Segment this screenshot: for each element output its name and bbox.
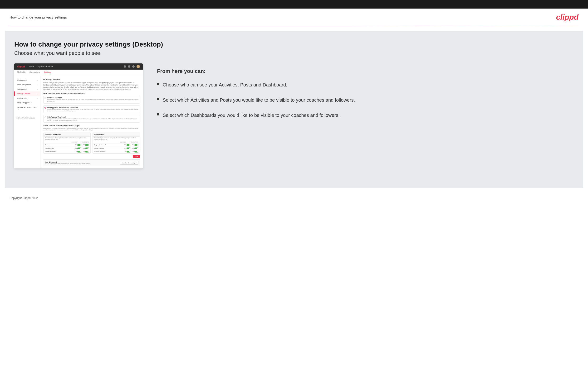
bullet-text-2: Select which Activities and Posts you wo… <box>163 97 355 103</box>
mock-privacy-title: Privacy Controls <box>43 78 140 81</box>
screenshot-mockup: clippd Home My Performance My Profile Co… <box>14 63 143 168</box>
mock-sidebar-privacy: Privacy Controls › <box>14 92 40 96</box>
mock-nav-performance: My Performance <box>38 65 53 68</box>
mock-save-row: Save <box>43 154 140 159</box>
mock-navbar: clippd Home My Performance <box>14 63 143 70</box>
mock-subnav: My Profile Connections Settings <box>14 70 143 76</box>
mock-activities-table: Activities and Posts Select the types of… <box>43 133 91 154</box>
footer: Copyright Clippd 2022 <box>0 193 588 204</box>
mock-save-button[interactable]: Save <box>133 155 140 158</box>
mock-tables-row: Activities and Posts Select the types of… <box>43 133 140 154</box>
content-row: clippd Home My Performance My Profile Co… <box>14 63 574 168</box>
mock-avatar <box>137 65 140 68</box>
bullet-square-1 <box>157 83 159 85</box>
bullet-list: Choose who can see your Activities, Post… <box>157 82 574 118</box>
mock-sidebar-data: Data Integrations › <box>14 83 40 87</box>
right-panel: From here you can: Choose who can see yo… <box>152 63 574 168</box>
bullet-text-3: Select which Dashboards you would like t… <box>163 112 340 118</box>
mock-sidebar-golfbag: My Golf Bag › <box>14 96 40 100</box>
bullet-item-3: Select which Dashboards you would like t… <box>157 112 574 118</box>
bullet-item-2: Select which Activities and Posts you wo… <box>157 97 574 103</box>
mock-radio-youonly: Only You and Your Coach Only you and the… <box>43 115 140 123</box>
header-divider <box>9 26 579 26</box>
mock-radio-everyone-btn <box>44 97 46 99</box>
mock-nav-right <box>124 65 140 68</box>
mock-who-title: Who Can See Your Activities and Dashboar… <box>43 92 140 94</box>
page-title: How to change your privacy settings (Des… <box>14 41 574 48</box>
mock-privacy-desc: Control how you and your data appears to… <box>43 82 140 90</box>
mock-dash-row-work: What To Work On ON ON <box>93 150 140 153</box>
mock-sidebar-myaccount: My Account › <box>14 78 40 83</box>
mock-subnav-settings: Settings <box>44 71 51 74</box>
mock-sidebar-service: Service & Privacy Policy ↗ <box>14 105 40 112</box>
mock-subnav-connections: Connections <box>29 71 40 74</box>
mock-search-icon <box>124 65 126 68</box>
mock-radio-followers-btn <box>44 107 46 108</box>
mock-nav-links: Home My Performance <box>28 65 53 68</box>
mock-person-icon <box>128 65 130 68</box>
mock-radio-followers: Only Approved Followers and Your Coach O… <box>43 106 140 113</box>
mock-settings-icon <box>132 65 135 68</box>
bullet-square-3 <box>157 113 159 116</box>
mock-radio-youonly-btn <box>44 117 46 118</box>
bullet-item-1: Choose who can see your Activities, Post… <box>157 82 574 88</box>
mock-sidebar-help: Help & Support ↗ <box>14 100 40 105</box>
mock-sidebar-subscription: Subscription › <box>14 87 40 92</box>
mock-sidebar-version: Clippd Client Version: 2022.8.2SQL Serve… <box>14 116 40 121</box>
mock-act-row-manual: Manual Activities ON ON <box>43 150 90 153</box>
header: How to change your privacy settings clip… <box>0 8 588 26</box>
mock-act-row-rounds: Rounds ON ON <box>43 143 90 147</box>
mock-act-row-drills: Practice Drills ON ON <box>43 147 90 150</box>
header-title: How to change your privacy settings <box>9 15 67 19</box>
mock-show-hide-title: Show or hide specific features in Clippd <box>43 125 140 127</box>
mock-show-hide-desc: Regardless of the privacy controls that … <box>43 128 140 131</box>
logo: clippd <box>556 13 579 22</box>
mock-visit-community-button[interactable]: Visit Our Community ↗ <box>120 161 138 165</box>
mock-dashboards-table: Dashboards Select the types of activity … <box>93 133 140 154</box>
main-content: How to change your privacy settings (Des… <box>5 31 583 188</box>
copyright-text: Copyright Clippd 2022 <box>9 196 38 200</box>
mock-nav-home: Home <box>28 65 34 68</box>
mock-sidebar: My Account › Data Integrations › Subscri… <box>14 76 40 168</box>
from-here-title: From here you can: <box>157 68 574 74</box>
page-subtitle: Choose what you want people to see <box>14 50 574 56</box>
top-bar <box>0 0 588 8</box>
mock-body: My Account › Data Integrations › Subscri… <box>14 76 143 168</box>
mock-subnav-profile: My Profile <box>17 71 26 74</box>
mock-main: Privacy Controls Control how you and you… <box>40 76 143 168</box>
mock-dash-row-player: Player Dashboard ON ON <box>93 143 140 147</box>
mock-logo: clippd <box>17 65 25 68</box>
mock-radio-everyone: Everyone on Clippd Everyone on Clippd ca… <box>43 96 140 103</box>
mock-dash-row-round: Round Insights ON ON <box>93 147 140 150</box>
bullet-text-1: Choose who can see your Activities, Post… <box>163 82 287 88</box>
bullet-square-2 <box>157 98 159 100</box>
mock-help-row: Help & Support Visit our Clippd communit… <box>43 159 140 166</box>
